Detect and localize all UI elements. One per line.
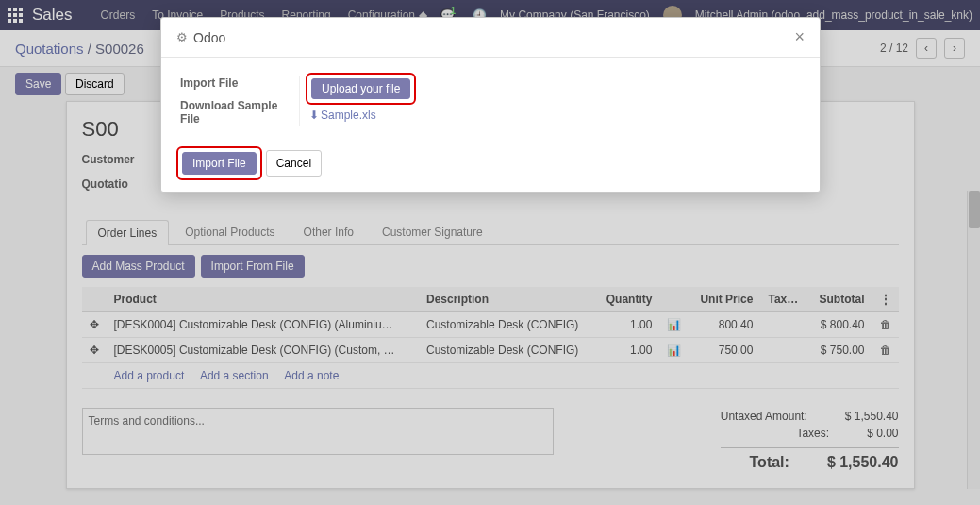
import-file-label: Import File bbox=[180, 76, 284, 90]
download-sample-label: Download Sample File bbox=[180, 99, 284, 126]
modal-title: Odoo bbox=[193, 30, 225, 45]
download-icon: ⬇ bbox=[309, 109, 319, 122]
gear-icon: ⚙ bbox=[176, 30, 188, 44]
import-modal: ⚙ Odoo × Import File Download Sample Fil… bbox=[160, 17, 821, 193]
upload-file-button[interactable]: Upload your file bbox=[311, 78, 410, 99]
import-file-button[interactable]: Import File bbox=[182, 152, 257, 175]
close-icon[interactable]: × bbox=[794, 27, 805, 47]
cancel-button[interactable]: Cancel bbox=[266, 150, 322, 177]
sample-file-link[interactable]: Sample.xls bbox=[321, 109, 376, 122]
